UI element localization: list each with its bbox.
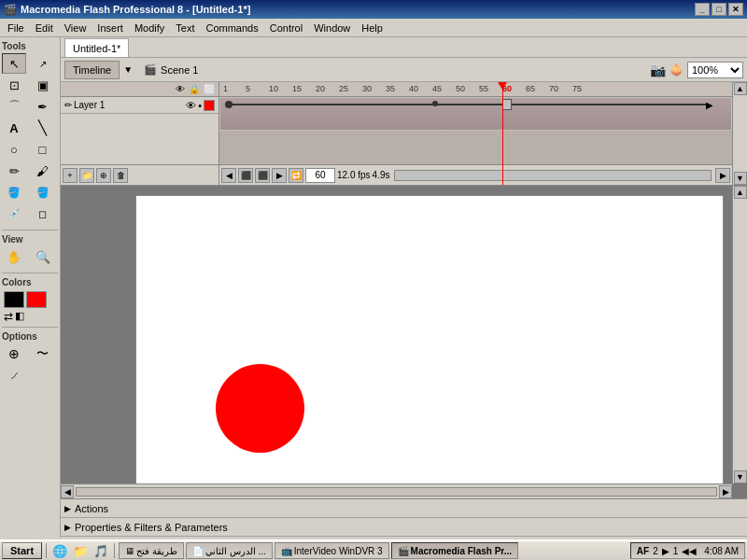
close-button[interactable]: ✕ — [728, 3, 743, 16]
menu-item-control[interactable]: Control — [264, 21, 308, 35]
ruler-ticks — [219, 82, 732, 96]
line-tool[interactable]: ╲ — [31, 118, 55, 138]
free-transform-tool[interactable]: ⊡ — [2, 75, 26, 95]
menu-item-text[interactable]: Text — [170, 21, 200, 35]
rectangle-tool[interactable]: □ — [31, 139, 55, 160]
paint-bucket-tool[interactable]: 🪣 — [31, 182, 55, 203]
scroll-down-btn[interactable]: ▼ — [734, 172, 747, 185]
text-tool[interactable]: A — [2, 118, 26, 138]
timeline-tab[interactable]: Timeline — [64, 61, 120, 79]
media-icon[interactable]: 🎵 — [92, 542, 110, 559]
system-tray: AF 2 ▶ 1 ◀◀ 4:08 AM — [630, 542, 745, 559]
hand-tool[interactable]: ✋ — [2, 246, 26, 267]
fill-color-swatch[interactable] — [26, 291, 47, 308]
menu-item-insert[interactable]: Insert — [92, 21, 129, 35]
timeline-vscroll[interactable]: ▲ ▼ — [732, 82, 747, 185]
left-toolbar: Tools ↖ ↗ ⊡ ▣ ⌒ ✒ A ╲ ○ □ ✏ 🖌 🪣 🪣 💉 ◻ Vi… — [0, 37, 61, 538]
document-tab[interactable]: Untitled-1* — [64, 38, 129, 57]
eye-icon[interactable]: 👁 — [176, 84, 185, 94]
track-header: 👁 🔒 ⬜ — [61, 82, 218, 97]
properties-label: Properties & Filters & Parameters — [75, 522, 228, 533]
brush-tool[interactable]: 🖌 — [31, 161, 55, 181]
tray-af[interactable]: AF — [637, 546, 649, 556]
gradient-tool[interactable]: ▣ — [31, 75, 55, 95]
arrow-tool[interactable]: ↖ — [2, 53, 26, 74]
eraser-tool[interactable]: ◻ — [31, 203, 55, 224]
canvas-scroll-right-btn[interactable]: ▶ — [719, 485, 732, 498]
workspace: Untitled-1* Timeline ▼ 🎬 Scene 1 📷 🧅 100… — [61, 37, 747, 538]
play-fwd-icon[interactable]: ▶ — [272, 168, 287, 183]
red-circle[interactable] — [216, 364, 304, 453]
folder-icon[interactable]: 📁 — [71, 542, 90, 559]
swap-colors-icon[interactable]: ⇄ — [4, 310, 13, 323]
loop-icon[interactable]: 🔁 — [289, 168, 303, 183]
onion-skin-icon[interactable]: 🧅 — [669, 63, 684, 77]
frame-number-input[interactable] — [305, 168, 335, 183]
timeline-scroll-h[interactable] — [394, 170, 712, 181]
zoom-select[interactable]: 100% 50% 25% — [687, 62, 743, 78]
canvas-scroll-left-btn[interactable]: ◀ — [61, 485, 74, 498]
oval-tool[interactable]: ○ — [2, 139, 26, 160]
zoom-tool[interactable]: 🔍 — [31, 246, 55, 267]
menu-item-file[interactable]: File — [2, 21, 30, 35]
actions-label: Actions — [75, 503, 108, 514]
step-back-icon[interactable]: ⬛ — [238, 168, 253, 183]
scroll-up-btn[interactable]: ▲ — [734, 82, 747, 95]
timeline-tracks: 👁 🔒 ⬜ ✏ Layer 1 👁 • — [61, 82, 747, 185]
menu-item-window[interactable]: Window — [308, 21, 356, 35]
add-layer-icon[interactable]: + — [63, 168, 78, 183]
lock-icon[interactable]: 🔒 — [189, 84, 200, 94]
maximize-button[interactable]: □ — [712, 3, 726, 16]
pencil-tool[interactable]: ✏ — [2, 161, 26, 181]
lasso-tool[interactable]: ⌒ — [2, 96, 26, 117]
default-colors-icon[interactable]: ◧ — [15, 310, 24, 323]
straighten-option[interactable]: ⟋ — [2, 365, 26, 385]
outline-icon[interactable]: ⬜ — [204, 84, 215, 94]
pen-tool[interactable]: ✒ — [31, 96, 55, 117]
task-arabic2[interactable]: 📄 الدرس الثاني ... — [186, 542, 273, 559]
delete-layer-icon[interactable]: 🗑 — [113, 168, 128, 183]
properties-panel-row[interactable]: ▶ Properties & Filters & Parameters — [61, 518, 747, 537]
layer-outline-icon[interactable] — [204, 100, 215, 111]
play-icon[interactable]: ◀ — [221, 168, 236, 183]
keyframe-start — [225, 101, 233, 108]
eyedropper-tool[interactable]: 💉 — [2, 203, 26, 224]
scroll-right-btn[interactable]: ▶ — [715, 168, 730, 183]
subselect-tool[interactable]: ↗ — [31, 53, 55, 74]
task-intervideo[interactable]: 📺 InterVideo WinDVR 3 — [275, 542, 389, 559]
menu-item-edit[interactable]: Edit — [30, 21, 59, 35]
menu-item-help[interactable]: Help — [356, 21, 388, 35]
canvas-scroll-up-btn[interactable]: ▲ — [734, 186, 747, 199]
task-arabic1[interactable]: 🖥 طريقة فتح — [119, 542, 184, 559]
step-fwd-icon[interactable]: ⬛ — [255, 168, 270, 183]
timeline-bottom-row: ◀ ⬛ ⬛ ▶ 🔁 12.0 fps 4.9s ▶ — [219, 164, 732, 185]
layer-lock-icon[interactable]: • — [198, 100, 202, 111]
frames-track[interactable]: ▶ — [219, 97, 732, 131]
stroke-color-swatch[interactable] — [4, 291, 24, 308]
layer-folder-icon[interactable]: 📁 — [79, 168, 94, 183]
fps-label: 12.0 fps — [337, 170, 371, 180]
tray-time: 4:08 AM — [704, 546, 739, 556]
menu-item-modify[interactable]: Modify — [129, 21, 170, 35]
layer-name[interactable]: Layer 1 — [74, 100, 186, 110]
colors-section-label: Colors — [2, 275, 58, 289]
canvas-scroll-down-btn[interactable]: ▼ — [734, 470, 747, 483]
timeline-collapse-icon[interactable]: ▼ — [123, 64, 133, 75]
actions-panel-row[interactable]: ▶ Actions — [61, 499, 747, 518]
actions-expand-icon: ▶ — [64, 504, 71, 513]
canvas-hscroll[interactable]: ◀ ▶ — [61, 483, 732, 498]
inkbottle-tool[interactable]: 🪣 — [2, 182, 26, 203]
start-button[interactable]: Start — [2, 542, 42, 559]
add-motion-icon[interactable]: ⊕ — [96, 168, 111, 183]
minimize-button[interactable]: _ — [695, 3, 710, 16]
layer-eye-icon[interactable]: 👁 — [186, 100, 196, 111]
menu-item-commands[interactable]: Commands — [200, 21, 263, 35]
menu-item-view[interactable]: View — [59, 21, 92, 35]
timeline-header: Timeline ▼ 🎬 Scene 1 📷 🧅 100% 50% 25% — [61, 58, 747, 82]
canvas-vscroll[interactable]: ▲ ▼ — [732, 186, 747, 483]
smooth-option[interactable]: 〜 — [31, 343, 55, 364]
scene-label: 🎬 Scene 1 — [144, 63, 198, 76]
ie-icon[interactable]: 🌐 — [50, 542, 69, 559]
snap-option[interactable]: ⊕ — [2, 343, 26, 364]
task-flash[interactable]: 🎬 Macromedia Flash Pr... — [391, 542, 518, 559]
